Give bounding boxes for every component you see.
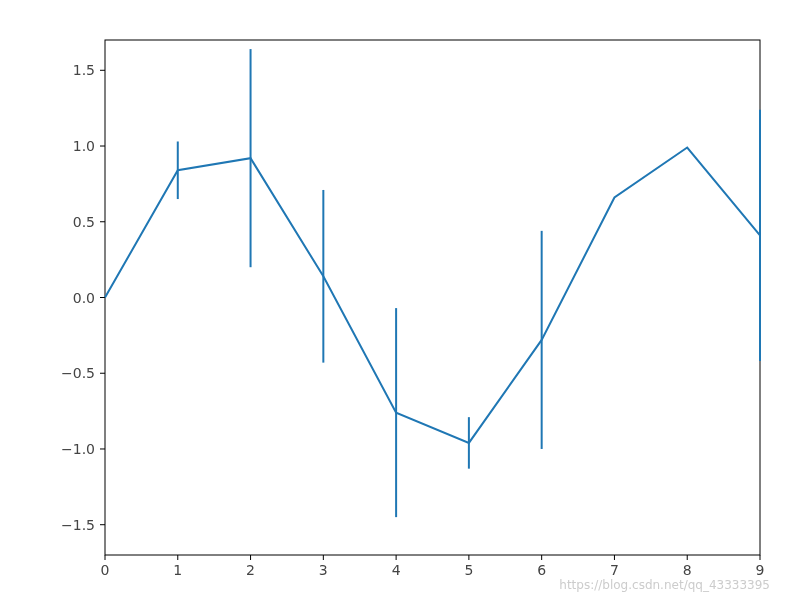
y-tick-label: 0.0 xyxy=(73,290,95,306)
x-tick-label: 7 xyxy=(610,562,619,578)
y-tick-label: 0.5 xyxy=(73,214,95,230)
watermark: https://blog.csdn.net/qq_43333395 xyxy=(559,578,770,592)
x-tick-label: 3 xyxy=(319,562,328,578)
y-tick-label: 1.5 xyxy=(73,62,95,78)
x-tick-label: 1 xyxy=(173,562,182,578)
y-tick-label: 1.0 xyxy=(73,138,95,154)
x-tick-label: 0 xyxy=(101,562,110,578)
y-tick-label: −1.5 xyxy=(61,517,95,533)
plot-frame xyxy=(105,40,760,555)
data-line xyxy=(105,148,760,443)
y-tick-label: −1.0 xyxy=(61,441,95,457)
x-tick-label: 8 xyxy=(683,562,692,578)
x-tick-label: 6 xyxy=(537,562,546,578)
x-tick-label: 5 xyxy=(464,562,473,578)
x-tick-label: 2 xyxy=(246,562,255,578)
chart-svg: 0123456789−1.5−1.0−0.50.00.51.01.5 xyxy=(0,0,800,600)
chart-container: 0123456789−1.5−1.0−0.50.00.51.01.5 https… xyxy=(0,0,800,600)
y-tick-label: −0.5 xyxy=(61,365,95,381)
x-tick-label: 4 xyxy=(392,562,401,578)
x-tick-label: 9 xyxy=(756,562,765,578)
